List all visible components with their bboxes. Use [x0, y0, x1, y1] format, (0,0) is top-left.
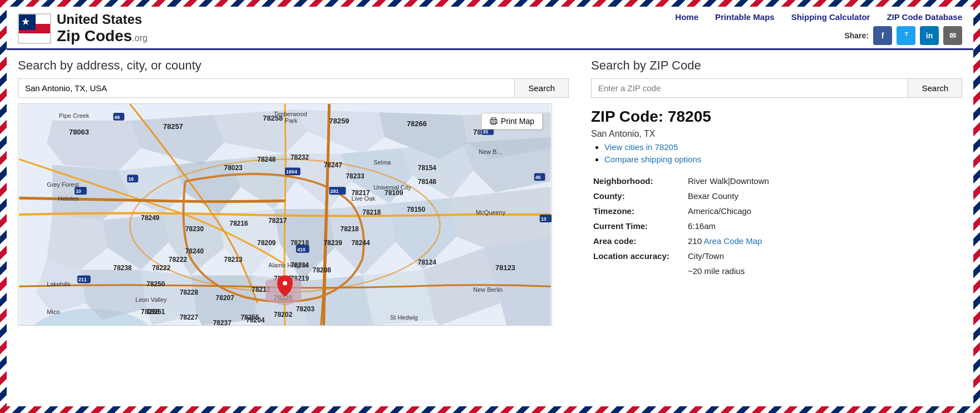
svg-text:Live Oak: Live Oak: [351, 195, 376, 202]
share-area: Share: f ᵀ in ✉: [844, 26, 962, 45]
svg-text:St Hedwig: St Hedwig: [390, 314, 418, 321]
svg-text:78250: 78250: [146, 280, 165, 288]
table-row: ~20 mile radius: [591, 263, 962, 278]
area-code-key: Area code:: [591, 233, 686, 248]
address-search-label: Search by address, city, or county: [18, 58, 569, 73]
svg-text:78150: 78150: [407, 206, 426, 213]
svg-text:78266: 78266: [407, 120, 427, 128]
address-search-row: Search: [18, 78, 569, 98]
area-code-value: 210 Area Code Map: [686, 233, 962, 248]
svg-rect-142: [493, 123, 495, 123]
nav-home[interactable]: Home: [675, 12, 698, 22]
location-accuracy-value: City/Town: [686, 248, 962, 263]
svg-text:78202: 78202: [274, 311, 293, 319]
share-email-button[interactable]: ✉: [943, 26, 962, 45]
svg-text:281: 281: [331, 188, 339, 194]
compare-shipping-link[interactable]: Compare shipping options: [604, 155, 701, 164]
view-cities-link[interactable]: View cities in 78205: [604, 142, 678, 152]
svg-text:78218: 78218: [362, 208, 381, 216]
zip-search-row: Search: [591, 78, 962, 98]
timezone-key: Timezone:: [591, 203, 686, 218]
svg-text:New Berlin: New Berlin: [473, 286, 503, 293]
svg-text:78259: 78259: [329, 117, 349, 125]
compare-shipping-link-item: Compare shipping options: [604, 155, 962, 165]
address-search-section: Search by address, city, or county Searc…: [18, 50, 569, 103]
neighborhood-value: River Walk|Downtown: [686, 173, 962, 188]
svg-text:78217: 78217: [268, 217, 287, 225]
svg-text:Pipe Creek: Pipe Creek: [59, 112, 90, 119]
svg-text:Alamo Heights: Alamo Heights: [268, 262, 308, 268]
svg-text:10: 10: [541, 216, 546, 222]
svg-text:78222: 78222: [169, 256, 188, 263]
svg-text:78213: 78213: [224, 256, 243, 263]
svg-text:10: 10: [76, 188, 81, 194]
svg-text:Leon Valley: Leon Valley: [135, 296, 167, 303]
neighborhood-key: Neighborhood:: [591, 173, 686, 188]
svg-text:78023: 78023: [224, 164, 243, 172]
address-search-button[interactable]: Search: [514, 78, 569, 98]
svg-text:410: 410: [297, 247, 306, 252]
table-row: Area code: 210 Area Code Map: [591, 233, 962, 248]
right-column: Search by ZIP Code Search ZIP Code: 7820…: [580, 50, 962, 326]
svg-text:Grey Forest: Grey Forest: [47, 181, 79, 188]
svg-text:78238: 78238: [114, 264, 132, 272]
svg-text:16: 16: [128, 176, 134, 182]
svg-text:78228: 78228: [180, 288, 199, 296]
svg-text:78251: 78251: [146, 308, 165, 316]
svg-text:35: 35: [482, 129, 488, 135]
svg-point-95: [283, 281, 287, 285]
logo-area: United States Zip Codes.org: [18, 12, 147, 44]
svg-text:78207: 78207: [216, 294, 235, 302]
city-state: San Antonio, TX: [591, 129, 962, 139]
header-right: Home Printable Maps Shipping Calculator …: [675, 12, 962, 45]
svg-text:78204: 78204: [246, 316, 265, 324]
table-row: Location accuracy: City/Town: [591, 248, 962, 263]
svg-text:78148: 78148: [418, 178, 437, 186]
zip-search-button[interactable]: Search: [908, 78, 962, 98]
area-code-map-link[interactable]: Area Code Map: [703, 236, 762, 246]
svg-text:Lakehills: Lakehills: [47, 281, 71, 287]
nav-printable-maps[interactable]: Printable Maps: [715, 12, 775, 22]
logo-title: United States: [57, 12, 147, 27]
svg-text:78257: 78257: [163, 122, 183, 131]
svg-text:Selma: Selma: [373, 159, 391, 166]
svg-text:78237: 78237: [213, 319, 232, 325]
timezone-value: America/Chicago: [686, 203, 962, 218]
current-time-value: 6:16am: [686, 218, 962, 233]
current-time-key: Current Time:: [591, 218, 686, 233]
nav-shipping-calculator[interactable]: Shipping Calculator: [791, 12, 870, 22]
address-search-input[interactable]: [18, 78, 514, 98]
svg-text:McQueeny: McQueeny: [476, 209, 505, 216]
print-map-button[interactable]: Print Map: [481, 113, 543, 130]
share-twitter-button[interactable]: ᵀ: [897, 26, 915, 45]
zip-search-label: Search by ZIP Code: [591, 58, 962, 73]
view-cities-link-item: View cities in 78205: [604, 142, 962, 152]
zip-info-table: Neighborhood: River Walk|Downtown County…: [591, 173, 962, 278]
svg-text:78208: 78208: [313, 266, 332, 274]
svg-text:78222: 78222: [152, 264, 171, 272]
svg-text:211: 211: [78, 277, 87, 282]
svg-text:Park: Park: [285, 117, 298, 124]
svg-text:46: 46: [115, 115, 120, 120]
svg-text:78240: 78240: [185, 247, 204, 255]
logo-flag: [18, 13, 51, 44]
table-row: Neighborhood: River Walk|Downtown: [591, 173, 962, 188]
share-linkedin-button[interactable]: in: [920, 26, 939, 45]
nav-links: Home Printable Maps Shipping Calculator …: [675, 12, 962, 22]
share-facebook-button[interactable]: f: [873, 26, 892, 45]
nav-zip-database[interactable]: ZIP Code Database: [887, 12, 962, 22]
map-container: 78063 78257 78256 78255 78258 78259 7826…: [18, 103, 552, 326]
svg-text:78249: 78249: [141, 214, 160, 222]
svg-text:Timberwood: Timberwood: [274, 111, 307, 117]
svg-text:Helotes: Helotes: [58, 195, 79, 202]
svg-text:78154: 78154: [418, 164, 437, 172]
zip-search-input[interactable]: [591, 78, 908, 98]
svg-text:78244: 78244: [351, 239, 370, 247]
map-svg: 78063 78257 78256 78255 78258 78259 7826…: [18, 104, 551, 325]
svg-text:78218: 78218: [341, 225, 360, 233]
svg-text:Mico: Mico: [47, 308, 60, 315]
svg-text:78232: 78232: [290, 153, 309, 161]
header: United States Zip Codes.org Home Printab…: [7, 7, 973, 50]
svg-text:78209: 78209: [257, 239, 276, 247]
table-row: County: Bexar County: [591, 188, 962, 203]
